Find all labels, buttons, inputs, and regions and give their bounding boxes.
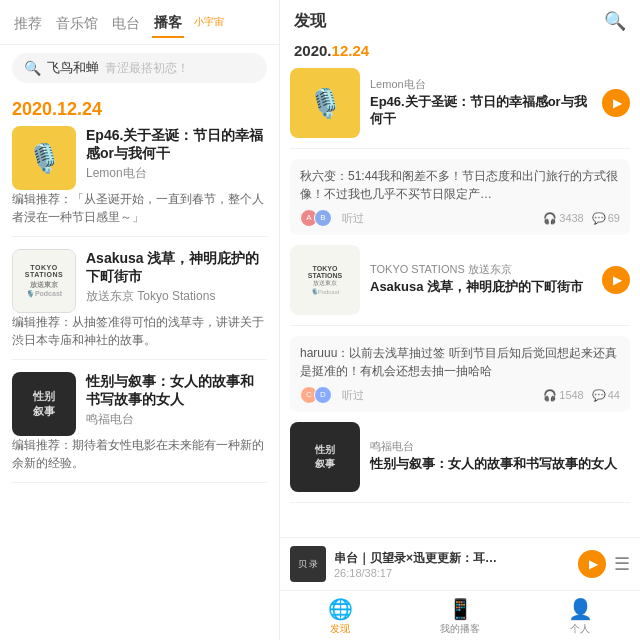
podcast-cover-lemon: 🎙️	[12, 126, 76, 190]
playing-info: 串台｜贝望录×迅更更新：耳… 26:18/38:17	[334, 550, 570, 579]
avatar-2b: D	[314, 386, 332, 404]
playing-bar: 贝 录 串台｜贝望录×迅更更新：耳… 26:18/38:17 ▶ ☰	[280, 537, 640, 590]
comment-text-1: 秋六变：51:44我和阁差不多！节日态度和出门旅行的方式很像！不过我也几乎不买节…	[300, 167, 620, 203]
featured-title-lemon: Ep46.关于圣诞：节日的幸福感or与我何干	[370, 94, 592, 128]
right-search-icon[interactable]: 🔍	[604, 10, 626, 32]
listen-label-2: 听过	[342, 387, 364, 404]
right-scroll: 🎙️ Lemon电台 Ep46.关于圣诞：节日的幸福感or与我何干 ▶ 秋六变：…	[280, 68, 640, 537]
playing-play-button[interactable]: ▶	[578, 550, 606, 578]
discover-label: 发现	[330, 622, 350, 636]
playing-title: 串台｜贝望录×迅更更新：耳…	[334, 550, 570, 567]
bottom-tab-mypodcast[interactable]: 📱 我的播客	[400, 597, 520, 636]
profile-icon: 👤	[568, 597, 593, 621]
tab-music[interactable]: 音乐馆	[54, 11, 100, 37]
featured-cover-tokyo: TOKYO STATIONS 放送東京 🎙️Podcast	[290, 245, 360, 315]
featured-title-tokyo: Asakusa 浅草，神明庇护的下町街市	[370, 279, 592, 296]
featured-cover-nv: 性别叙事	[290, 422, 360, 492]
play-button-lemon[interactable]: ▶	[602, 89, 630, 117]
podcast-channel-lemon: Lemon电台	[86, 165, 267, 182]
featured-channel-tokyo: TOKYO STATIONS 放送东京	[370, 262, 592, 277]
profile-label: 个人	[570, 622, 590, 636]
tab-recommend[interactable]: 推荐	[12, 11, 44, 37]
tab-podcast[interactable]: 播客	[152, 10, 184, 38]
featured-card-lemon: 🎙️ Lemon电台 Ep46.关于圣诞：节日的幸福感or与我何干 ▶	[290, 68, 630, 149]
plays-stat-1: 🎧 3438	[543, 210, 583, 227]
featured-channel-nv-r: 鸣福电台	[370, 439, 630, 454]
search-bar[interactable]: 🔍 飞鸟和蝉 青涩最搭初恋！	[12, 53, 267, 83]
podcast-channel-nv: 鸣福电台	[86, 411, 267, 428]
comments-stat-1: 💬 69	[592, 210, 620, 227]
podcast-channel-tokyo: 放送东京 Tokyo Stations	[86, 288, 267, 305]
playing-time: 26:18/38:17	[334, 567, 570, 579]
discover-icon: 🌐	[328, 597, 353, 621]
comment-text-2: haruuu：以前去浅草抽过签 听到节目后知后觉回想起来还真是挺准的！有机会还想…	[300, 344, 620, 380]
right-title: 发现	[294, 11, 326, 32]
podcast-title-nv: 性别与叙事：女人的故事和书写故事的女人	[86, 372, 267, 408]
play-button-tokyo[interactable]: ▶	[602, 266, 630, 294]
bottom-bar: 🌐 发现 📱 我的播客 👤 个人	[280, 590, 640, 640]
bottom-tab-profile[interactable]: 👤 个人	[520, 597, 640, 636]
playlist-icon[interactable]: ☰	[614, 553, 630, 575]
search-icon: 🔍	[24, 60, 41, 76]
featured-title-nv-r: 性别与叙事：女人的故事和书写故事的女人	[370, 456, 630, 473]
right-panel: 发现 🔍 2020.12.24 🎙️ Lemon电台 Ep46.关于圣诞：节日的…	[280, 0, 640, 640]
avatar-group-2: C D	[300, 386, 328, 404]
podcast-desc-nv: 编辑推荐：期待着女性电影在未来能有一种新的余新的经验。	[12, 436, 267, 472]
featured-card-nv-right: 性别叙事 鸣福电台 性别与叙事：女人的故事和书写故事的女人	[290, 422, 630, 503]
podcast-desc-ep46: 编辑推荐：「从圣诞开始，一直到春节，整个人者浸在一种节日感里～」	[12, 190, 267, 226]
podcast-desc-tokyo: 编辑推荐：从抽签准得可怕的浅草寺，讲讲关于渋日本寺庙和神社的故事。	[12, 313, 267, 349]
stat-group-2: 🎧 1548 💬 44	[543, 387, 620, 404]
stat-group-1: 🎧 3438 💬 69	[543, 210, 620, 227]
date-header: 2020.12.24	[0, 91, 279, 126]
mypodcast-icon: 📱	[448, 597, 473, 621]
right-date: 2020.12.24	[280, 38, 640, 68]
podcast-cover-tokyo: TOKYO STATIONS 放送東京 🎙️Podcast	[12, 249, 76, 313]
left-panel: 推荐 音乐馆 电台 播客 小宇宙 🔍 飞鸟和蝉 青涩最搭初恋！ 2020.12.…	[0, 0, 280, 640]
podcast-card-tokyo: TOKYO STATIONS 放送東京 🎙️Podcast Asakusa 浅草…	[12, 249, 267, 360]
comments-stat-2: 💬 44	[592, 387, 620, 404]
mypodcast-label: 我的播客	[440, 622, 480, 636]
left-scroll-content: 🎙️ Ep46.关于圣诞：节日的幸福感or与我何干 Lemon电台 编辑推荐：「…	[0, 126, 279, 640]
tab-xiaoyuzhou[interactable]: 小宇宙	[194, 15, 224, 29]
search-sub-text: 青涩最搭初恋！	[105, 60, 189, 77]
featured-channel-lemon: Lemon电台	[370, 77, 592, 92]
podcast-cover-nv: 性别叙事	[12, 372, 76, 436]
right-header: 发现 🔍	[280, 0, 640, 38]
avatar-1b: B	[314, 209, 332, 227]
search-main-text: 飞鸟和蝉	[47, 59, 99, 77]
comment-card-2: haruuu：以前去浅草抽过签 听到节目后知后觉回想起来还真是挺准的！有机会还想…	[290, 336, 630, 412]
tab-radio[interactable]: 电台	[110, 11, 142, 37]
podcast-card-ep46: 🎙️ Ep46.关于圣诞：节日的幸福感or与我何干 Lemon电台 编辑推荐：「…	[12, 126, 267, 237]
podcast-title-tokyo: Asakusa 浅草，神明庇护的下町街市	[86, 249, 267, 285]
playing-cover: 贝 录	[290, 546, 326, 582]
comment-card-1: 秋六变：51:44我和阁差不多！节日态度和出门旅行的方式很像！不过我也几乎不买节…	[290, 159, 630, 235]
featured-cover-lemon: 🎙️	[290, 68, 360, 138]
podcast-card-nv: 性别叙事 性别与叙事：女人的故事和书写故事的女人 鸣福电台 编辑推荐：期待着女性…	[12, 372, 267, 483]
playing-controls: ▶ ☰	[578, 550, 630, 578]
nav-tabs: 推荐 音乐馆 电台 播客 小宇宙	[0, 0, 279, 45]
featured-card-tokyo: TOKYO STATIONS 放送東京 🎙️Podcast TOKYO STAT…	[290, 245, 630, 326]
listen-label-1: 听过	[342, 210, 364, 227]
podcast-title-ep46: Ep46.关于圣诞：节日的幸福感or与我何干	[86, 126, 267, 162]
bottom-tab-discover[interactable]: 🌐 发现	[280, 597, 400, 636]
avatar-group-1: A B	[300, 209, 328, 227]
plays-stat-2: 🎧 1548	[543, 387, 583, 404]
